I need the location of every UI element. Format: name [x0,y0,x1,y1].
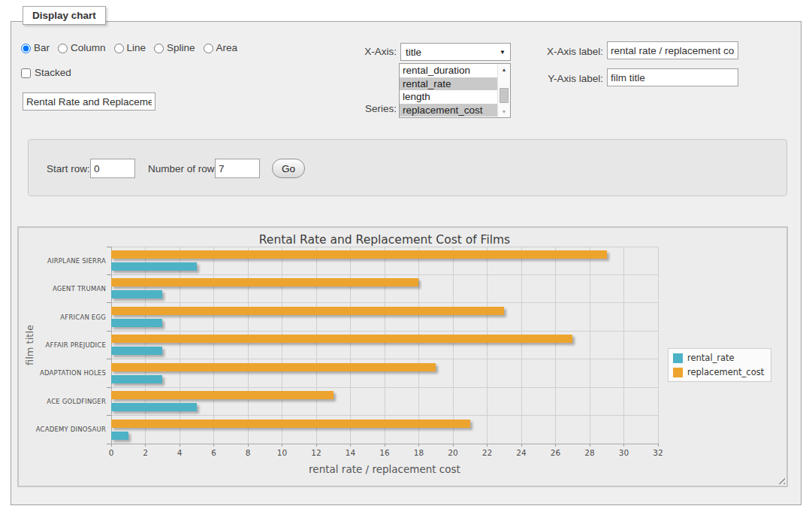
chart-type-radio-group: BarColumnLineSplineArea [21,41,243,55]
grid-line [111,444,658,444]
category-label: AIRPLANE SIERRA [19,247,106,274]
chart-legend: rental_ratereplacement_cost [668,348,771,382]
x-tick-label: 16 [372,448,397,457]
chart-x-axis-title: rental rate / replacement cost [111,463,658,475]
chevron-down-icon: ▼ [500,49,506,56]
scroll-down-icon[interactable]: ▼ [498,106,510,117]
x-tick-mark [453,444,454,447]
grid-line [316,247,317,444]
chart-type-radio-spline[interactable] [154,44,164,53]
grid-line [521,247,522,444]
grid-line [385,247,385,444]
grid-line [180,247,180,444]
chart-type-radio-column[interactable] [58,44,68,53]
bar-replacement_cost [111,391,334,399]
x-axis-select-label: X-Axis: [329,45,397,59]
category-label: AFRICAN EGG [19,303,106,331]
series-option-length[interactable]: length [400,90,497,104]
y-axis-label-input[interactable] [607,68,738,86]
bar-replacement_cost [111,250,607,259]
x-tick-mark [555,444,556,447]
category-label: ACADEMY DINOSAUR [19,416,106,444]
go-button[interactable]: Go [272,159,305,178]
fieldset-legend: Display chart [23,6,106,25]
grid-line [350,247,351,444]
grid-line [248,247,249,444]
bar-rental_rate [111,375,162,383]
legend-entry-replacement_cost: replacement_cost [673,367,764,377]
stacked-checkbox[interactable] [21,68,31,78]
x-tick-label: 30 [611,448,637,457]
series-select-label: Series: [329,102,397,116]
x-tick-label: 18 [406,448,432,457]
x-tick-mark [180,444,180,447]
number-of-rows-input[interactable] [215,159,260,178]
x-axis-select[interactable]: title ▼ [400,43,511,61]
chart-title: Rental Rate and Replacement Cost of Film… [111,233,658,247]
y-axis-line [111,247,112,444]
chart-type-option-line: Line [114,41,146,55]
category-label: ACE GOLDFINGER [19,387,106,415]
scroll-up-icon[interactable]: ▲ [498,64,510,75]
x-tick-mark [521,444,522,447]
grid-line [111,387,658,388]
x-tick-label: 24 [509,448,534,457]
number-of-rows-label: Number of rows: [148,162,222,176]
series-multiselect[interactable]: rental_durationrental_ratelengthreplacem… [399,63,511,118]
category-label: ADAPTATION HOLES [19,359,106,387]
start-row-input[interactable] [90,159,135,178]
x-axis-selected-value: title [406,47,497,58]
series-option-rental_rate[interactable]: rental_rate [400,77,497,91]
x-tick-label: 12 [303,448,329,457]
x-axis-label-input[interactable] [607,41,738,59]
grid-line [590,247,590,444]
x-tick-mark [385,444,385,447]
bar-rental_rate [111,262,197,271]
grid-line [213,247,214,444]
row-range-panel [28,139,787,196]
legend-swatch [673,368,683,377]
bar-replacement_cost [111,420,470,428]
y-axis-label-field-label: Y-Axis label: [530,72,603,86]
bar-replacement_cost [111,307,504,315]
scrollbar-thumb[interactable] [500,88,509,103]
x-tick-mark [350,444,351,447]
bar-rental_rate [111,403,197,411]
chart-title-input[interactable] [23,92,155,111]
series-option-list: rental_durationrental_ratelengthreplacem… [400,64,497,117]
chart-type-option-spline: Spline [154,41,195,55]
x-tick-mark [248,444,249,447]
bar-rental_rate [111,319,162,327]
grid-line [453,247,454,444]
grid-line [487,247,488,444]
resize-handle-icon[interactable] [776,475,785,484]
series-scrollbar[interactable]: ▲ ▼ [497,64,510,117]
chart-type-label: Line [127,41,146,55]
chart-type-option-bar: Bar [21,41,50,55]
grid-line [418,247,419,444]
stacked-option: Stacked [21,66,71,80]
grid-line [658,247,659,444]
chart-type-radio-bar[interactable] [21,44,31,53]
chart-type-label: Area [216,41,238,55]
grid-line [623,247,624,444]
chart-type-option-column: Column [58,41,106,55]
x-tick-label: 20 [440,448,466,457]
grid-line [111,331,658,332]
stacked-label: Stacked [35,66,71,80]
series-option-rental_duration[interactable]: rental_duration [400,64,497,77]
series-option-replacement_cost[interactable]: replacement_cost [400,104,497,117]
x-tick-mark [213,444,214,447]
bar-replacement_cost [111,363,436,371]
x-tick-mark [590,444,590,447]
x-tick-label: 0 [98,448,124,457]
x-tick-label: 4 [167,448,192,457]
x-tick-mark [145,444,146,447]
chart-type-radio-area[interactable] [204,44,213,53]
chart-type-radio-line[interactable] [114,44,124,53]
legend-swatch [673,353,683,363]
x-tick-mark [418,444,419,447]
x-tick-mark [623,444,624,447]
legend-entry-rental_rate: rental_rate [673,353,764,363]
grid-line [145,247,146,444]
